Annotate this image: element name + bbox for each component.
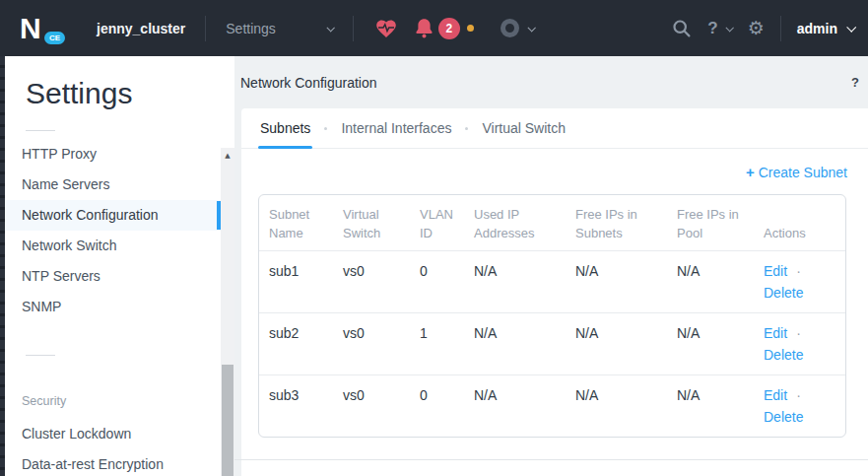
cell-free-ips-in-subnets: N/A <box>575 322 677 366</box>
cell-actions: Edit· Delete <box>764 384 845 428</box>
edit-link[interactable]: Edit <box>764 387 787 403</box>
cell-free-ips-in-subnets: N/A <box>575 384 677 428</box>
sidebar-item-data-at-rest-encryption[interactable]: Data-at-rest Encryption <box>5 449 234 476</box>
cell-free-ips-in-pool: N/A <box>677 384 764 428</box>
tab-virtual-switch[interactable]: Virtual Switch <box>482 108 566 149</box>
cell-vlan-id: 0 <box>420 260 474 304</box>
navbar-divider <box>780 16 781 41</box>
logo-letter: N <box>20 12 39 44</box>
create-subnet-label: Create Subnet <box>759 165 847 180</box>
sidebar-item-ntp-servers[interactable]: NTP Servers <box>5 261 234 292</box>
sidebar-item-cluster-lockdown[interactable]: Cluster Lockdown <box>5 419 234 449</box>
progress-ring-icon <box>501 19 519 37</box>
bell-glyph <box>415 18 434 38</box>
table-row: sub3 vs0 0 N/A N/A N/A Edit· Delete <box>259 374 845 437</box>
chevron-down-icon <box>326 24 334 32</box>
table-row: sub1 vs0 0 N/A N/A N/A Edit· Delete <box>259 250 845 312</box>
cell-free-ips-in-subnets: N/A <box>575 260 677 304</box>
sidebar-nav-list: HTTP Proxy Name Servers Network Configur… <box>5 139 234 322</box>
tab-bar: Subnets Internal Interfaces Virtual Swit… <box>241 108 868 149</box>
scrollbar-thumb[interactable] <box>222 365 234 476</box>
cell-free-ips-in-pool: N/A <box>677 322 764 366</box>
sidebar-item-snmp[interactable]: SNMP <box>5 292 234 322</box>
cell-used-ip-addresses: N/A <box>474 260 575 304</box>
settings-sidebar: Settings HTTP Proxy Name Servers Network… <box>5 56 234 476</box>
alerts-bell-icon[interactable] <box>415 18 434 38</box>
cell-used-ip-addresses: N/A <box>474 384 575 428</box>
column-header-free-ips-in-subnets: Free IPs in Subnets <box>575 205 677 242</box>
section-divider <box>234 459 868 460</box>
chevron-down-icon <box>527 24 535 32</box>
cell-actions: Edit· Delete <box>764 322 845 366</box>
action-separator-dot: · <box>796 263 801 279</box>
tasks-ring-menu[interactable] <box>501 19 534 37</box>
scroll-up-arrow-icon[interactable]: ▲ <box>221 148 234 164</box>
cell-subnet-name: sub3 <box>269 384 343 428</box>
create-subnet-button[interactable]: +Create Subnet <box>746 165 847 180</box>
sidebar-item-http-proxy[interactable]: HTTP Proxy <box>5 139 234 170</box>
notification-count-badge[interactable]: 2 <box>438 18 460 39</box>
search-icon[interactable] <box>672 19 692 38</box>
chevron-down-icon[interactable] <box>725 24 733 32</box>
navbar-divider <box>353 16 354 41</box>
nutanix-logo[interactable]: N CE <box>20 12 67 45</box>
tab-subnets[interactable]: Subnets <box>260 108 310 149</box>
sidebar-item-network-switch[interactable]: Network Switch <box>5 231 234 261</box>
sidebar-item-network-configuration[interactable]: Network Configuration <box>5 200 234 231</box>
sidebar-title: Settings <box>26 77 234 110</box>
magnifier-glyph <box>672 19 692 38</box>
column-header-subnet-name: Subnet Name <box>269 205 343 242</box>
cell-virtual-switch: vs0 <box>343 260 420 304</box>
delete-link[interactable]: Delete <box>764 344 845 366</box>
app-root: N CE jenny_cluster Settings 2 <box>0 0 868 476</box>
warning-dot-icon <box>467 25 474 32</box>
table-row: sub2 vs0 1 N/A N/A N/A Edit· Delete <box>259 312 845 374</box>
gear-icon[interactable]: ⚙ <box>748 19 765 37</box>
plus-icon: + <box>746 164 755 180</box>
health-heart-icon[interactable] <box>375 19 397 38</box>
ce-badge: CE <box>42 30 67 46</box>
sidebar-divider <box>26 355 55 356</box>
settings-menu-label: Settings <box>226 21 276 36</box>
subnets-table: Subnet Name Virtual Switch VLAN ID Used … <box>258 194 846 438</box>
main-content: Network Configuration ? Subnets Internal… <box>234 56 868 476</box>
sidebar-item-name-servers[interactable]: Name Servers <box>5 170 234 200</box>
user-name: admin <box>797 21 837 36</box>
chevron-down-icon <box>846 23 856 33</box>
column-header-virtual-switch: Virtual Switch <box>343 205 420 242</box>
page-help-icon[interactable]: ? <box>851 75 859 90</box>
cell-actions: Edit· Delete <box>764 260 845 304</box>
cell-used-ip-addresses: N/A <box>474 322 575 366</box>
cell-vlan-id: 1 <box>420 322 474 366</box>
tab-label: Virtual Switch <box>482 120 566 136</box>
sidebar-security-list: Cluster Lockdown Data-at-rest Encryption <box>5 419 234 476</box>
tab-separator-dot <box>324 127 327 130</box>
settings-menu-trigger[interactable]: Settings <box>226 21 333 36</box>
cell-subnet-name: sub2 <box>269 322 343 366</box>
cell-subnet-name: sub1 <box>269 260 343 304</box>
cell-virtual-switch: vs0 <box>343 322 420 366</box>
navbar-divider <box>205 16 206 41</box>
heart-pulse-glyph <box>375 19 397 38</box>
content-title-bar: Network Configuration ? <box>234 56 868 108</box>
sidebar-divider <box>26 130 55 131</box>
tab-label: Internal Interfaces <box>341 120 451 136</box>
tab-internal-interfaces[interactable]: Internal Interfaces <box>341 108 451 149</box>
delete-link[interactable]: Delete <box>764 282 845 304</box>
security-section-label: Security <box>5 391 234 411</box>
sidebar-scrollbar[interactable]: ▲ <box>221 148 234 476</box>
table-header-row: Subnet Name Virtual Switch VLAN ID Used … <box>259 195 845 250</box>
delete-link[interactable]: Delete <box>764 406 845 428</box>
navbar-right-group: ? ⚙ admin <box>672 16 854 41</box>
help-icon[interactable]: ? <box>707 19 717 38</box>
page-title: Network Configuration <box>240 75 377 91</box>
cell-virtual-switch: vs0 <box>343 384 420 428</box>
cluster-name[interactable]: jenny_cluster <box>97 21 185 36</box>
network-configuration-card: Subnets Internal Interfaces Virtual Swit… <box>241 108 868 476</box>
user-menu[interactable]: admin <box>797 21 854 36</box>
column-header-used-ip-addresses: Used IP Addresses <box>474 205 575 242</box>
edit-link[interactable]: Edit <box>764 325 787 341</box>
action-separator-dot: · <box>796 387 801 403</box>
top-navbar: N CE jenny_cluster Settings 2 <box>0 0 868 56</box>
edit-link[interactable]: Edit <box>764 263 787 279</box>
